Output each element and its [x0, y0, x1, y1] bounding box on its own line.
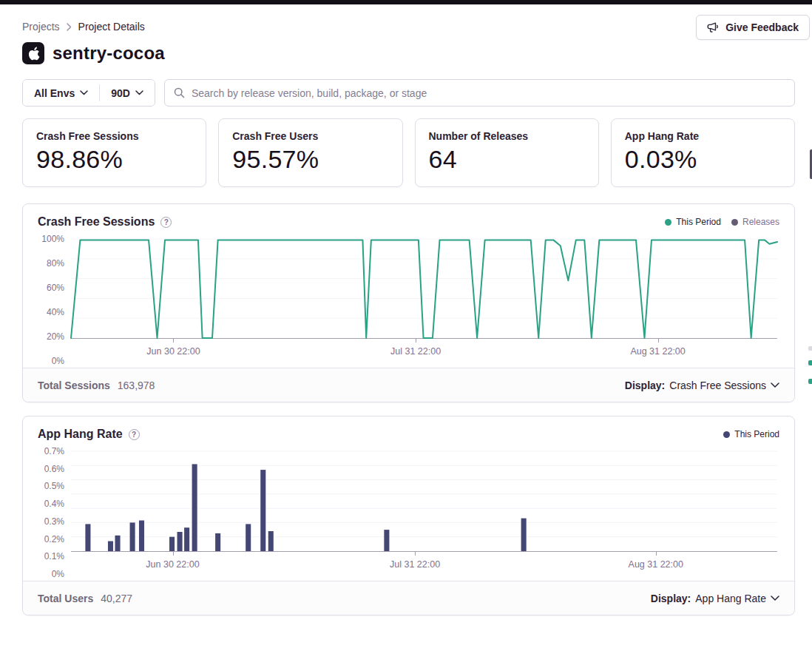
stat-card-value: 98.86%	[36, 145, 192, 174]
stat-card-label: Number of Releases	[429, 130, 585, 142]
y-tick-label: 0.6%	[44, 464, 64, 474]
stat-card-label: App Hang Rate	[625, 130, 781, 142]
x-tick-label: Jun 30 22:00	[146, 559, 199, 570]
display-value: App Hang Rate	[695, 593, 766, 604]
clipped-content-fragment	[808, 379, 812, 384]
y-tick-label: 0.3%	[44, 516, 64, 527]
plot-area[interactable]	[71, 239, 777, 339]
bar	[521, 519, 527, 551]
breadcrumb-current: Project Details	[78, 21, 145, 33]
legend-item[interactable]: Releases	[731, 217, 779, 227]
total-sessions: Total Sessions 163,978	[38, 380, 155, 391]
chevron-down-icon	[80, 90, 88, 95]
legend-dot-icon	[723, 431, 730, 438]
x-tick-label: Jul 31 22:00	[390, 559, 440, 570]
plot-area[interactable]	[71, 451, 777, 552]
legend: This Period	[723, 429, 779, 439]
panel-title: App Hang Rate	[38, 428, 123, 441]
bar	[246, 524, 251, 551]
y-tick-label: 100%	[41, 234, 64, 244]
legend-item[interactable]: This Period	[723, 429, 779, 439]
y-tick-label: 0.7%	[44, 446, 64, 456]
stat-card-label: Crash Free Sessions	[36, 130, 192, 142]
stat-card-value: 95.57%	[232, 145, 388, 174]
bar	[260, 470, 265, 551]
environment-filter-button[interactable]: All Envs	[23, 80, 99, 106]
chevron-down-icon	[135, 90, 143, 95]
chevron-down-icon	[771, 382, 779, 388]
project-details-page: Give Feedback Projects Project Details s…	[0, 0, 812, 651]
x-axis-labels: Jun 30 22:00Jul 31 22:00Aug 31 22:00	[71, 552, 777, 574]
release-search-box	[164, 79, 795, 107]
project-title-row: sentry-cocoa	[22, 42, 795, 64]
stat-card-value: 0.03%	[625, 145, 781, 174]
bar	[384, 530, 389, 551]
stat-cards-row: Crash Free Sessions 98.86% Crash Free Us…	[22, 118, 795, 187]
bar	[192, 464, 197, 551]
y-tick-label: 0.4%	[44, 499, 64, 509]
y-tick-label: 0%	[52, 569, 64, 579]
bar	[108, 542, 113, 552]
app-hang-rate-panel: App Hang Rate ? This Period 0.7%0.6%0.5%…	[22, 416, 795, 615]
line-chart-svg	[71, 239, 777, 338]
y-tick-label: 0.1%	[44, 551, 64, 561]
filter-pill-group: All Envs 90D	[22, 79, 155, 107]
chevron-down-icon	[771, 596, 779, 601]
plot-wrap: Jun 30 22:00Jul 31 22:00Aug 31 22:00	[71, 239, 777, 361]
y-tick-label: 0.5%	[44, 481, 64, 491]
environment-filter-label: All Envs	[34, 87, 75, 99]
help-icon[interactable]: ?	[160, 217, 172, 228]
apple-platform-icon	[22, 42, 44, 64]
plot-wrap: Jun 30 22:00Jul 31 22:00Aug 31 22:00	[71, 451, 777, 574]
panel-footer: Total Users 40,277 Display: App Hang Rat…	[23, 581, 794, 615]
display-label: Display:	[651, 593, 691, 604]
y-tick-label: 20%	[47, 331, 64, 342]
page-title: sentry-cocoa	[53, 43, 165, 64]
legend-dot-icon	[665, 219, 671, 226]
bar-chart-svg	[71, 451, 777, 551]
bar	[139, 521, 144, 552]
bar	[268, 531, 274, 551]
bar	[215, 533, 220, 551]
x-tick-label: Aug 31 22:00	[630, 346, 685, 357]
y-axis-labels: 100%80%60%40%20%0%	[23, 239, 71, 361]
y-tick-label: 40%	[47, 307, 64, 317]
legend-item[interactable]: This Period	[665, 217, 721, 227]
breadcrumb-projects-link[interactable]: Projects	[22, 21, 60, 33]
date-range-filter-button[interactable]: 90D	[100, 80, 155, 106]
y-tick-label: 80%	[47, 258, 64, 269]
display-select[interactable]: Display: Crash Free Sessions	[625, 380, 779, 391]
legend-label: Releases	[742, 217, 779, 227]
legend-label: This Period	[734, 429, 779, 439]
y-tick-label: 60%	[47, 283, 64, 293]
display-value: Crash Free Sessions	[669, 380, 766, 391]
release-search-input[interactable]	[192, 87, 785, 99]
bar	[177, 532, 183, 551]
legend-label: This Period	[676, 217, 721, 227]
legend: This PeriodReleases	[665, 217, 779, 227]
stat-card-crash-free-sessions: Crash Free Sessions 98.86%	[22, 118, 206, 187]
y-tick-label: 0.2%	[44, 534, 64, 544]
x-axis-labels: Jun 30 22:00Jul 31 22:00Aug 31 22:00	[71, 339, 777, 361]
help-icon[interactable]: ?	[129, 429, 140, 440]
total-users: Total Users 40,277	[38, 593, 132, 604]
total-label: Total Users	[38, 593, 93, 604]
crash-free-sessions-panel: Crash Free Sessions ? This PeriodRelease…	[22, 203, 795, 402]
x-tick-label: Aug 31 22:00	[629, 559, 683, 570]
panel-header: Crash Free Sessions ? This PeriodRelease…	[23, 204, 794, 233]
panel-title: Crash Free Sessions	[38, 215, 155, 229]
stat-card-label: Crash Free Users	[232, 130, 388, 142]
x-tick-label: Jun 30 22:00	[146, 346, 200, 357]
bar	[169, 537, 175, 551]
display-select[interactable]: Display: App Hang Rate	[651, 593, 779, 604]
bar	[130, 522, 135, 551]
filter-row: All Envs 90D	[22, 79, 795, 107]
total-value: 40,277	[101, 593, 132, 604]
stat-card-app-hang-rate: App Hang Rate 0.03%	[611, 118, 795, 187]
clipped-content-fragment	[808, 360, 812, 365]
bar	[115, 536, 120, 551]
panel-header: App Hang Rate ? This Period	[23, 416, 794, 445]
stat-card-crash-free-users: Crash Free Users 95.57%	[218, 118, 402, 187]
bar	[184, 527, 189, 551]
y-axis-labels: 0.7%0.6%0.5%0.4%0.3%0.2%0.1%0%	[23, 451, 71, 574]
